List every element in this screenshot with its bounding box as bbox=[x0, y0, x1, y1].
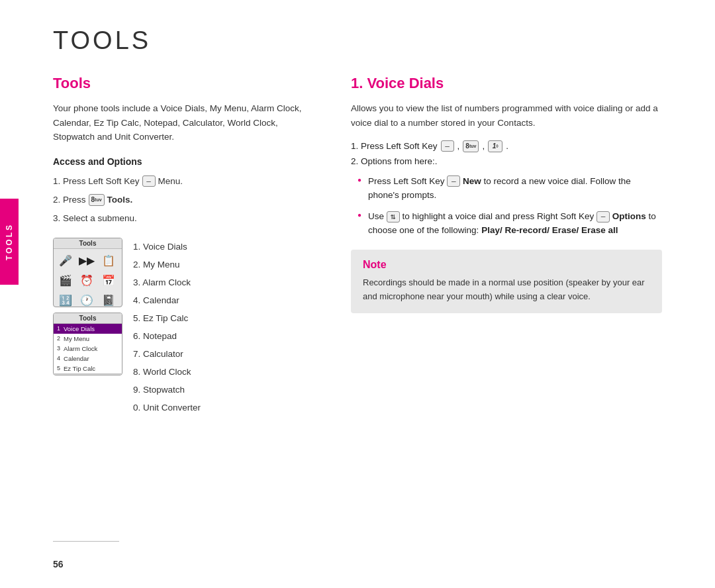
icon-cell-3: 📋 bbox=[99, 252, 118, 270]
menu-list-item-2: 2. My Menu bbox=[133, 256, 201, 273]
step-2-label: Tools. bbox=[107, 192, 133, 208]
note-title: Note bbox=[363, 259, 650, 271]
icon-cell-6: 📅 bbox=[99, 271, 118, 290]
right-step-1-text: 1. Press Left Soft Key bbox=[351, 141, 438, 151]
right-key-1b: 1◊ bbox=[488, 140, 502, 152]
menu-list-item-1: 1. Voice Dials bbox=[133, 238, 201, 256]
menu-list-item-8: 8. World Clock bbox=[133, 363, 201, 381]
key-8-icon: 8tuv bbox=[89, 194, 105, 206]
step-3-text: 3. Select a submenu. bbox=[53, 211, 137, 226]
note-box: Note Recordings should be made in a norm… bbox=[351, 250, 662, 313]
tools-menu-list: 1. Voice Dials 2. My Menu 3. Alarm Clock… bbox=[133, 238, 201, 416]
menu-list-item-7: 7. Calculator bbox=[133, 345, 201, 363]
access-options-heading: Access and Options bbox=[53, 156, 311, 167]
bullet-key-options: – bbox=[596, 211, 610, 222]
right-step-2: 2. Options from here:. bbox=[351, 156, 662, 166]
page-divider bbox=[53, 541, 119, 542]
right-step-2-text: 2. Options from here:. bbox=[351, 156, 438, 166]
icon-cell-8: 🕐 bbox=[77, 291, 96, 307]
nav-icon: ⇅ bbox=[387, 211, 400, 222]
tools-section-title: Tools bbox=[53, 75, 311, 92]
screen2-ok: OK bbox=[54, 373, 122, 375]
menu-item-5: 5 Ez Tip Calc bbox=[54, 364, 122, 373]
icon-cell-9: 📓 bbox=[99, 291, 118, 307]
step-1: 1. Press Left Soft Key – Menu. bbox=[53, 173, 311, 189]
icon-cell-5: ⏰ bbox=[77, 271, 96, 290]
menu-item-4: 4 Calendar bbox=[54, 354, 122, 364]
menu-list-item-6: 6. Notepad bbox=[133, 327, 201, 345]
icon-cell-2: ▶▶ bbox=[77, 252, 96, 270]
tools-intro: Your phone tools include a Voice Dials, … bbox=[53, 101, 311, 144]
menu-list-item-0: 0. Unit Converter bbox=[133, 399, 201, 416]
sidebar-tab-label: TOOLS bbox=[5, 223, 14, 260]
menu-item-1: 1 Voice Dials bbox=[54, 324, 122, 334]
screen1-icons-grid: 🎤 ▶▶ 📋 🎬 ⏰ 📅 🔢 🕐 📓 bbox=[54, 249, 122, 303]
left-column: Tools Your phone tools include a Voice D… bbox=[53, 75, 311, 416]
screen2-menu-list: 1 Voice Dials 2 My Menu 3 Alarm Clock bbox=[54, 324, 122, 373]
page-header: TOOLS bbox=[0, 0, 715, 68]
page-number: 56 bbox=[53, 559, 64, 569]
step-3: 3. Select a submenu. bbox=[53, 211, 311, 226]
icon-cell-1: 🎤 bbox=[56, 252, 75, 270]
step-2-text: 2. Press bbox=[53, 192, 86, 208]
step-1-text: 1. Press Left Soft Key bbox=[53, 173, 140, 189]
bullet-key-new: – bbox=[447, 175, 460, 187]
menu-list-item-3: 3. Alarm Clock bbox=[133, 273, 201, 291]
right-key-1: – bbox=[441, 140, 454, 152]
left-soft-key-icon: – bbox=[142, 175, 156, 187]
note-body: Recordings should be made in a normal us… bbox=[363, 276, 650, 304]
page-title: TOOLS bbox=[53, 26, 662, 55]
step-1-label: Menu. bbox=[158, 173, 183, 189]
bullet-list: Press Left Soft Key – New to record a ne… bbox=[351, 174, 662, 238]
icon-cell-4: 🎬 bbox=[56, 271, 75, 290]
phone-screen-1: Tools 🎤 ▶▶ 📋 🎬 ⏰ 📅 🔢 🕐 📓 bbox=[53, 238, 122, 307]
content-area: Tools Your phone tools include a Voice D… bbox=[0, 68, 715, 430]
phone-screenshots-area: Tools 🎤 ▶▶ 📋 🎬 ⏰ 📅 🔢 🕐 📓 bbox=[53, 238, 311, 416]
menu-list-item-9: 9. Stopwatch bbox=[133, 381, 201, 399]
bullet-item-2: Use ⇅ to highlight a voice dial and pres… bbox=[358, 209, 662, 238]
right-step-1: 1. Press Left Soft Key – , 8tuv , 1◊ . bbox=[351, 140, 662, 152]
phone-screen-2: Tools 1 Voice Dials 2 My Menu 3 Alarm Cl bbox=[53, 313, 122, 375]
step-2: 2. Press 8tuv Tools. bbox=[53, 192, 311, 208]
right-column: 1. Voice Dials Allows you to view the li… bbox=[351, 75, 662, 416]
sidebar-tab: TOOLS bbox=[0, 199, 19, 285]
menu-list-item-5: 5. Ez Tip Calc bbox=[133, 309, 201, 327]
menu-item-3: 3 Alarm Clock bbox=[54, 344, 122, 354]
icon-cell-7: 🔢 bbox=[56, 291, 75, 307]
menu-list-item-4: 4. Calendar bbox=[133, 291, 201, 309]
voice-dials-title: 1. Voice Dials bbox=[351, 75, 662, 92]
right-key-8: 8tuv bbox=[463, 140, 479, 152]
screen1-title: Tools bbox=[54, 238, 122, 249]
bullet-item-1: Press Left Soft Key – New to record a ne… bbox=[358, 174, 662, 203]
menu-item-2: 2 My Menu bbox=[54, 334, 122, 344]
screen2-title: Tools bbox=[54, 313, 122, 324]
voice-dials-body: Allows you to view the list of numbers p… bbox=[351, 101, 662, 131]
